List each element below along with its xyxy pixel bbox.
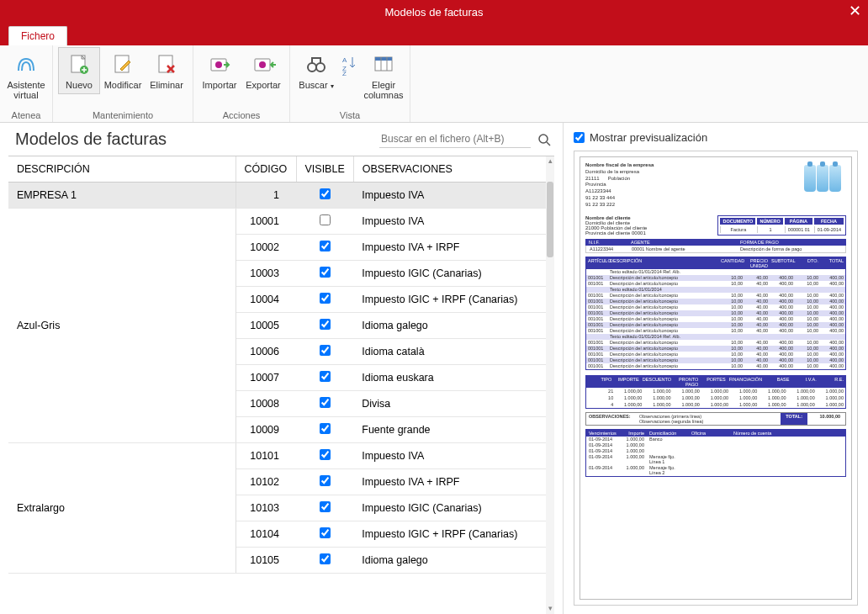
close-icon[interactable]: ✕ — [849, 2, 861, 20]
invoice-preview: Nombre fiscal de la empresa Domicilio de… — [580, 156, 852, 600]
window-title: Modelos de facturas — [384, 6, 483, 19]
cell-observaciones: Impuesto IGIC (Canarias) — [353, 261, 554, 287]
preview-checkbox[interactable] — [574, 132, 585, 143]
preview-toggle[interactable]: Mostrar previsualización — [574, 131, 858, 144]
visible-checkbox[interactable] — [320, 319, 331, 330]
group-label: Acciones — [223, 110, 261, 122]
col-visible[interactable]: VISIBLE — [296, 156, 353, 183]
visible-checkbox[interactable] — [320, 449, 331, 460]
cell-observaciones: Idioma català — [353, 339, 554, 365]
cell-visible — [296, 443, 353, 469]
exportar-button[interactable]: Exportar — [242, 47, 284, 94]
header-row: DESCRIPCIÓN CÓDIGO VISIBLE OBSERVACIONES — [8, 156, 554, 183]
table-row[interactable]: Azul-Gris10001Impuesto IVA — [8, 209, 554, 235]
cell-observaciones: Divisa — [353, 391, 554, 417]
sort-button[interactable]: AZZ — [339, 47, 361, 104]
cell-code: 10103 — [236, 495, 296, 521]
list-pane: Modelos de facturas DESCRIPCIÓN CÓDIGO V… — [0, 123, 564, 614]
svg-point-17 — [539, 135, 548, 143]
cell-visible — [296, 183, 353, 209]
ribbon: Asistente virtual Atenea Nuevo Modificar — [0, 45, 868, 123]
sort-icon: AZZ — [336, 51, 363, 78]
cell-visible — [296, 521, 353, 548]
cell-visible — [296, 548, 353, 574]
visible-checkbox[interactable] — [320, 293, 331, 304]
title-bar: Modelos de facturas ✕ — [0, 0, 868, 24]
search-input[interactable] — [379, 130, 531, 148]
cell-visible — [296, 287, 353, 313]
import-icon — [206, 51, 233, 78]
button-label: Elegir columnas — [363, 80, 403, 100]
cell-code: 10005 — [236, 313, 296, 339]
col-observaciones[interactable]: OBSERVACIONES — [353, 156, 554, 183]
table-row[interactable]: EMPRESA 11Impuesto IVA — [8, 183, 554, 209]
scroll-thumb[interactable] — [547, 182, 553, 257]
cell-visible — [296, 235, 353, 261]
asistente-virtual-button[interactable]: Asistente virtual — [5, 47, 47, 104]
cell-observaciones: Impuesto IGIC + IRPF (Canarias) — [353, 521, 554, 548]
visible-checkbox[interactable] — [320, 475, 331, 486]
button-label: Nuevo — [66, 80, 93, 90]
table-row[interactable]: Extralargo10101Impuesto IVA — [8, 443, 554, 469]
visible-checkbox[interactable] — [320, 345, 331, 356]
main-area: Modelos de facturas DESCRIPCIÓN CÓDIGO V… — [0, 123, 868, 614]
assistant-icon — [13, 51, 40, 78]
svg-rect-14 — [375, 57, 392, 61]
tab-strip: Fichero — [0, 24, 868, 45]
cell-observaciones: Impuesto IVA + IRPF — [353, 469, 554, 495]
visible-checkbox[interactable] — [320, 501, 331, 512]
cell-code: 10101 — [236, 443, 296, 469]
cell-code: 10007 — [236, 365, 296, 391]
visible-checkbox[interactable] — [320, 214, 331, 225]
visible-checkbox[interactable] — [320, 527, 331, 538]
cell-observaciones: Impuesto IVA — [353, 443, 554, 469]
client-block: Nombre del cliente Domicilio del cliente… — [585, 215, 647, 236]
new-document-icon — [66, 51, 93, 78]
cell-visible — [296, 365, 353, 391]
columns-icon — [370, 51, 397, 78]
cell-visible — [296, 261, 353, 287]
cell-code: 1 — [236, 183, 296, 209]
buscar-button[interactable]: Buscar ▾ — [295, 47, 337, 104]
cell-code: 10002 — [236, 235, 296, 261]
visible-checkbox[interactable] — [320, 423, 331, 434]
modificar-button[interactable]: Modificar — [102, 47, 144, 94]
visible-checkbox[interactable] — [320, 397, 331, 408]
eliminar-button[interactable]: Eliminar — [146, 47, 188, 94]
visible-checkbox[interactable] — [320, 241, 331, 251]
group-description: Azul-Gris — [8, 209, 236, 443]
visible-checkbox[interactable] — [320, 553, 331, 564]
scroll-up-icon[interactable]: ▴ — [546, 156, 554, 167]
cell-code: 10009 — [236, 417, 296, 443]
col-codigo[interactable]: CÓDIGO — [236, 156, 296, 183]
svg-text:Z: Z — [342, 70, 347, 77]
visible-checkbox[interactable] — [320, 267, 331, 278]
visible-checkbox[interactable] — [320, 371, 331, 382]
elegir-columnas-button[interactable]: Elegir columnas — [363, 47, 405, 104]
cell-observaciones: Impuesto IGIC + IRPF (Canarias) — [353, 287, 554, 313]
svg-line-18 — [547, 142, 550, 146]
scrollbar[interactable]: ▴ ▾ — [546, 156, 554, 614]
agent-header: N.I.F.AGENTEFORMA DE PAGO — [585, 239, 846, 246]
col-descripcion[interactable]: DESCRIPCIÓN — [8, 156, 236, 183]
svg-point-8 — [308, 63, 316, 71]
preview-container: Nombre fiscal de la empresa Domicilio de… — [574, 151, 858, 606]
visible-checkbox[interactable] — [320, 188, 331, 199]
nuevo-button[interactable]: Nuevo — [58, 47, 100, 94]
search-icon[interactable] — [537, 133, 551, 146]
cell-code: 10008 — [236, 391, 296, 417]
svg-text:A: A — [342, 56, 347, 64]
group-label: Vista — [340, 110, 360, 122]
search-box — [379, 130, 551, 148]
scroll-down-icon[interactable]: ▾ — [546, 604, 554, 614]
cell-visible — [296, 339, 353, 365]
chevron-down-icon: ▾ — [331, 82, 334, 90]
data-grid[interactable]: DESCRIPCIÓN CÓDIGO VISIBLE OBSERVACIONES… — [8, 156, 554, 614]
importar-button[interactable]: Importar — [198, 47, 241, 94]
tab-fichero[interactable]: Fichero — [8, 26, 67, 45]
delete-document-icon — [153, 51, 180, 78]
button-label: Buscar ▾ — [299, 80, 333, 92]
due-dates-box: VencimientosImporteDomiciliaciónOficinaN… — [585, 429, 846, 477]
edit-document-icon — [109, 51, 136, 78]
svg-point-5 — [215, 61, 222, 68]
